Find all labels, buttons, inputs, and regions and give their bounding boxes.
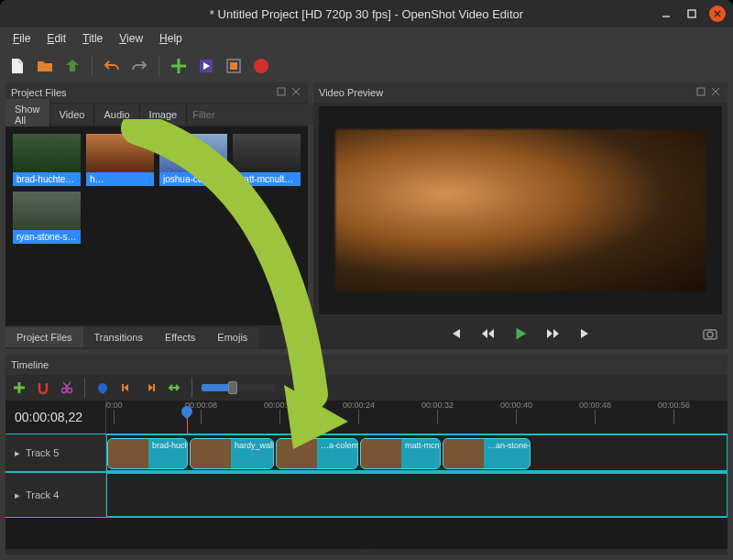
tracks-area: ▸Track 5 brad-huchteman-s…hardy_wallpape…	[5, 434, 728, 549]
maximize-button[interactable]	[684, 5, 700, 22]
ruler-tick: 00:00:24	[343, 401, 375, 424]
prev-marker-icon[interactable]	[118, 379, 135, 396]
timeline-toolbar	[5, 375, 728, 401]
main-area: Project Files Show All Video Audio Image…	[0, 82, 733, 349]
play-icon[interactable]	[512, 325, 529, 342]
time-display: 00:00:08,22	[5, 401, 106, 434]
open-file-icon[interactable]	[35, 56, 55, 76]
timeline-clip[interactable]: …a-coleman-s…	[276, 438, 358, 469]
preview-pane: Video Preview	[313, 82, 728, 349]
next-marker-icon[interactable]	[142, 379, 159, 396]
rewind-icon[interactable]	[479, 325, 496, 342]
track-lane[interactable]: brad-huchteman-s…hardy_wallpaper_……a-col…	[106, 434, 728, 471]
save-file-icon[interactable]	[62, 56, 82, 76]
timeline-clip[interactable]: matt-mcnulty-nyc-…	[360, 438, 441, 469]
track-lane[interactable]	[106, 473, 728, 517]
titlebar: * Untitled Project [HD 720p 30 fps] - Op…	[0, 0, 733, 27]
filter-row: Show All Video Audio Image	[5, 103, 308, 126]
preview-title: Video Preview	[319, 87, 383, 98]
time-ruler[interactable]: 0:0000:00:0800:00:1600:00:2400:00:3200:0…	[106, 401, 728, 434]
undo-icon[interactable]	[102, 56, 122, 76]
panel-close-icon[interactable]	[711, 87, 722, 98]
track-row: ▸Track 4	[5, 472, 728, 518]
menubar: File Edit Title View Help	[0, 27, 733, 49]
ruler-row: 00:00:08,22 0:0000:00:0800:00:1600:00:24…	[5, 401, 728, 434]
panel-float-icon[interactable]	[696, 87, 707, 98]
forward-icon[interactable]	[545, 325, 562, 342]
add-track-icon[interactable]	[11, 379, 27, 396]
zoom-slider[interactable]	[202, 384, 275, 391]
timeline-clip[interactable]: …an-stone-skykomis…	[443, 438, 531, 469]
filter-tab-video[interactable]: Video	[50, 104, 95, 125]
tab-effects[interactable]: Effects	[154, 327, 206, 347]
lower-panel-tabs: Project Files Transitions Effects Emojis	[5, 325, 308, 349]
bottom-handle[interactable]: ::::::	[5, 549, 728, 555]
svg-point-15	[707, 332, 713, 337]
thumb-item[interactable]: ryan-stone-s…	[13, 192, 81, 244]
filter-tab-show-all[interactable]: Show All	[5, 99, 50, 130]
timeline-clip[interactable]: brad-huchteman-s…	[107, 438, 188, 469]
new-file-icon[interactable]	[7, 56, 27, 76]
track-row: ▸Track 5 brad-huchteman-s…hardy_wallpape…	[5, 434, 728, 472]
export-icon[interactable]	[251, 56, 271, 76]
window-title: * Untitled Project [HD 720p 30 fps] - Op…	[0, 7, 733, 21]
profile-icon[interactable]	[196, 56, 216, 76]
filter-input[interactable]	[187, 104, 324, 125]
menu-help[interactable]: Help	[152, 29, 190, 48]
snap-icon[interactable]	[35, 379, 51, 396]
panel-close-icon[interactable]	[291, 87, 302, 98]
filter-tab-image[interactable]: Image	[140, 104, 188, 125]
fullscreen-icon[interactable]	[224, 56, 244, 76]
track-label[interactable]: ▸Track 5	[5, 434, 106, 471]
playback-controls	[313, 318, 728, 349]
project-files-pane: Project Files Show All Video Audio Image…	[5, 82, 308, 349]
playhead[interactable]	[187, 412, 188, 434]
thumb-item[interactable]: h…	[86, 134, 154, 186]
timeline-title: Timeline	[11, 359, 49, 370]
thumbnail-grid: brad-huchte… h… joshua-colem… matt-mcnul…	[5, 126, 308, 325]
menu-title[interactable]: Title	[75, 29, 110, 48]
close-button[interactable]	[709, 5, 726, 22]
filter-tab-audio[interactable]: Audio	[94, 104, 139, 125]
thumb-item[interactable]: matt-mcnult…	[233, 134, 301, 186]
thumb-item[interactable]: brad-huchte…	[13, 134, 81, 186]
panel-float-icon[interactable]	[277, 87, 288, 98]
tab-emojis[interactable]: Emojis	[206, 327, 258, 347]
ruler-tick: 00:00:32	[421, 401, 454, 424]
menu-view[interactable]: View	[112, 29, 150, 48]
preview-image	[335, 129, 706, 291]
snapshot-icon[interactable]	[702, 325, 718, 342]
project-files-header: Project Files	[5, 82, 308, 103]
thumb-item[interactable]: joshua-colem…	[159, 134, 227, 186]
ruler-tick: 00:00:16	[264, 401, 296, 424]
svg-rect-1	[688, 10, 695, 17]
tab-transitions[interactable]: Transitions	[83, 327, 154, 347]
import-icon[interactable]	[169, 56, 189, 76]
app-window: * Untitled Project [HD 720p 30 fps] - Op…	[0, 0, 733, 560]
window-controls	[658, 5, 726, 22]
preview-header: Video Preview	[313, 82, 728, 103]
ruler-tick: 00:00:56	[658, 401, 690, 424]
minimize-button[interactable]	[658, 5, 674, 22]
tab-project-files[interactable]: Project Files	[5, 327, 83, 347]
jump-end-icon[interactable]	[578, 325, 595, 342]
menu-file[interactable]: File	[5, 29, 38, 48]
jump-start-icon[interactable]	[446, 325, 463, 342]
ruler-tick: 00:00:48	[579, 401, 611, 424]
svg-rect-8	[278, 88, 285, 95]
timeline-header: Timeline	[5, 355, 728, 375]
zoom-handle[interactable]	[228, 381, 237, 394]
ruler-tick: 00:00:40	[500, 401, 532, 424]
preview-viewport	[319, 106, 722, 314]
menu-edit[interactable]: Edit	[39, 29, 73, 48]
center-playhead-icon[interactable]	[166, 379, 182, 396]
project-files-title: Project Files	[11, 87, 67, 98]
razor-icon[interactable]	[59, 379, 75, 396]
track-label[interactable]: ▸Track 4	[5, 473, 106, 517]
toolbar	[0, 49, 733, 82]
svg-point-7	[254, 59, 268, 73]
redo-icon[interactable]	[129, 56, 149, 76]
svg-rect-11	[697, 88, 705, 95]
timeline-clip[interactable]: hardy_wallpaper_…	[190, 438, 274, 469]
marker-icon[interactable]	[94, 379, 111, 396]
